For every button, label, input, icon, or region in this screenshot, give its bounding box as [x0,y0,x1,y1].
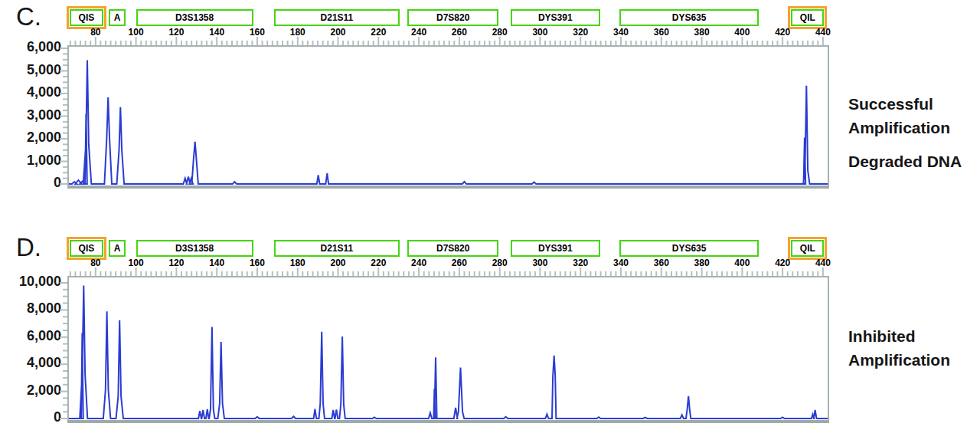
marker-box-dys635: DYS635 [619,240,759,257]
marker-box-d7s820: D7S820 [407,240,498,257]
electropherogram-plot-c [67,45,829,189]
panel-d-label: D. [16,233,41,262]
y-tick-label: 6,000 [0,328,61,344]
y-tick-label: 2,000 [0,382,61,399]
marker-box-d3s1358: D3S1358 [136,240,253,257]
y-tick-label: 0 [0,175,61,191]
dna-trace [69,47,828,185]
annotation-text: Inhibited Amplification [848,324,980,372]
y-tick-label: 4,000 [0,356,61,372]
y-tick-label: 1,000 [0,153,61,169]
marker-box-dys391: DYS391 [511,240,600,257]
y-tick-label: 2,000 [0,130,61,146]
marker-box-qis: QIS [70,240,104,257]
marker-box-a: A [109,9,126,26]
marker-box-dys635: DYS635 [619,9,759,26]
marker-box-d7s820: D7S820 [407,9,498,26]
y-tick-label: 4,000 [0,84,61,100]
marker-box-qil: QIL [791,240,824,257]
marker-box-a: A [109,240,126,257]
y-axis-ticks [59,277,67,420]
y-tick-label: 6,000 [0,39,61,55]
dna-trace [69,277,828,420]
y-tick-label: 5,000 [0,62,61,78]
x-axis-ticks [69,35,828,45]
marker-box-d3s1358: D3S1358 [136,9,253,26]
marker-box-dys391: DYS391 [511,9,600,26]
annotation-text: Successful Amplification [848,92,980,140]
x-axis-ticks [69,266,828,276]
marker-box-d21s11: D21S11 [274,9,400,26]
marker-box-qis: QIS [70,9,104,26]
annotation-text: Degraded DNA [848,149,980,173]
y-axis-ticks [59,47,67,185]
y-tick-label: 3,000 [0,107,61,123]
electropherogram-plot-d [67,276,829,423]
annotation-d: Inhibited Amplification [848,324,980,382]
panel-c-label: C. [16,2,41,31]
marker-box-d21s11: D21S11 [274,240,400,257]
y-tick-label: 8,000 [0,301,61,317]
marker-box-qil: QIL [791,9,824,26]
y-tick-label: 0 [0,409,61,425]
y-tick-label: 10,000 [0,274,61,290]
annotation-c: Successful AmplificationDegraded DNA [848,92,980,183]
